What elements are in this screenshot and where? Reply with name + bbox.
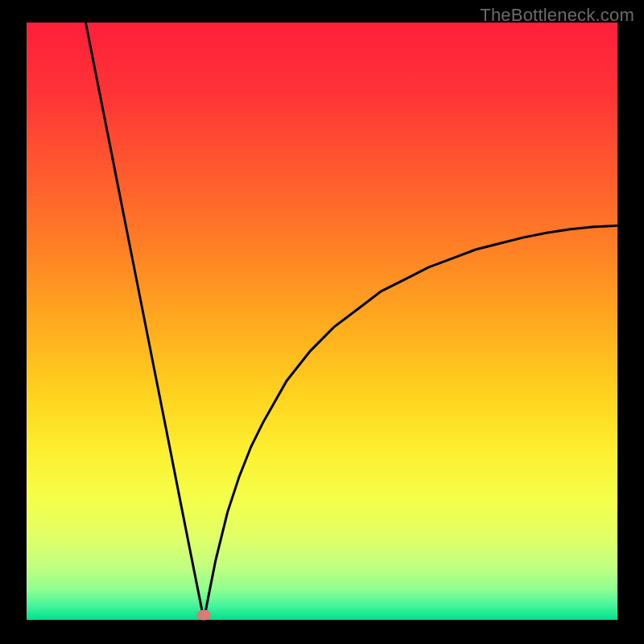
- bottleneck-chart: [0, 0, 644, 644]
- plot-background: [27, 23, 617, 620]
- optimum-marker: [196, 610, 211, 621]
- watermark-text: TheBottleneck.com: [480, 5, 634, 26]
- chart-frame: TheBottleneck.com: [0, 0, 644, 644]
